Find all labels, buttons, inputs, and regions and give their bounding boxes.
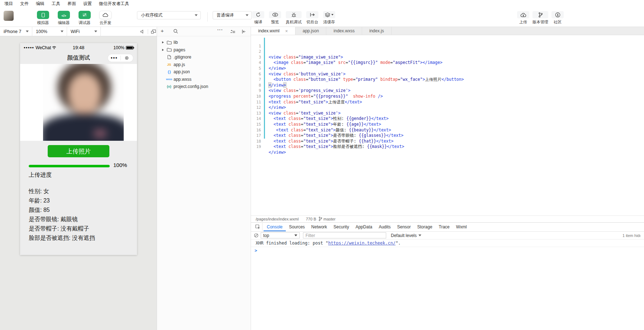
toolbar-action-remote-debug[interactable]: 真机调试 xyxy=(286,11,302,25)
toolbar-right-actions: 上传 版本管理 社区 xyxy=(517,11,564,25)
code-editor-panel: index.wxml × app.json index.wxss index.j… xyxy=(251,27,644,330)
toolbar-action-compile[interactable]: 编译 xyxy=(252,11,264,25)
devtools-tab-appdata[interactable]: AppData xyxy=(352,223,375,231)
mode-select[interactable]: 小程序模式 xyxy=(137,11,201,19)
toolbar-action-switch-background[interactable]: 切后台 xyxy=(306,11,318,25)
branch-name-label: master xyxy=(323,217,336,221)
phone-status-bar: ●●●●● WeChat 19:48 100% xyxy=(20,43,137,52)
toolbar-action-preview[interactable]: 预览 xyxy=(269,11,281,25)
file-tree-item[interactable]: lib xyxy=(157,39,251,46)
git-modified-indicator xyxy=(264,116,265,122)
exit-icon[interactable] xyxy=(121,56,133,60)
devtools-tab-sensor[interactable]: Sensor xyxy=(394,223,414,231)
menubar-item[interactable]: 工具 xyxy=(48,1,64,7)
file-tree-item[interactable]: {o} project.config.json xyxy=(157,83,251,90)
console-prompt[interactable]: > xyxy=(251,247,644,254)
device-select[interactable]: iPhone 7 xyxy=(0,27,32,36)
toggle-label: 调试器 xyxy=(77,20,93,25)
more-icon[interactable]: ●●● xyxy=(108,56,120,60)
file-tree-item[interactable]: pages xyxy=(157,46,251,54)
menubar-item[interactable]: 项目 xyxy=(1,1,16,7)
network-select[interactable]: WiFi xyxy=(67,27,101,36)
action-label: 清缓存 xyxy=(323,19,335,25)
editor-tab[interactable]: index.js xyxy=(362,27,392,35)
menubar-item[interactable]: 微信开发者工具 xyxy=(95,1,133,7)
upload-photo-button[interactable]: 上传照片 xyxy=(48,145,109,157)
progress-percent-label: 100% xyxy=(113,162,127,168)
file-tree-item[interactable]: { } app.json xyxy=(157,68,251,76)
toolbar-toggle-editor[interactable]: </> 编辑器 xyxy=(56,11,72,25)
code-line: 17 <text class="text_size">脸部是否被遮挡: {{ma… xyxy=(251,127,644,133)
user-avatar[interactable] xyxy=(4,11,14,21)
menubar-item[interactable]: 文件 xyxy=(16,1,32,7)
file-name: project.config.json xyxy=(174,84,208,89)
devtools-tab-console[interactable]: Console xyxy=(264,223,286,231)
menubar-item[interactable]: 设置 xyxy=(80,1,95,7)
editor-tab[interactable]: app.json xyxy=(295,27,326,35)
git-modified-indicator xyxy=(264,105,265,111)
inspect-element-icon[interactable] xyxy=(253,223,262,231)
toolbar-toggle-simulator[interactable]: 模拟器 xyxy=(35,11,51,25)
compile-mode-select[interactable]: 普通编译 xyxy=(213,11,252,19)
code-line: 9 <text class="text_size">上传进度</text> xyxy=(251,83,644,88)
file-tree-item[interactable]: .gitignore xyxy=(157,54,251,61)
editor-tabs: index.wxml × app.json index.wxss index.j… xyxy=(251,27,644,35)
file-tree-item[interactable]: wxss app.wxss xyxy=(157,76,251,83)
file-tree-item[interactable]: JS app.js xyxy=(157,61,251,69)
code-icon: </> xyxy=(61,12,66,18)
close-icon[interactable]: × xyxy=(285,29,288,33)
chevron-right-icon[interactable] xyxy=(162,41,165,43)
toggle-label: 模拟器 xyxy=(35,20,51,25)
file-name: .gitignore xyxy=(174,55,191,60)
context-select[interactable]: top xyxy=(261,232,300,238)
toolbar-toggle-debugger[interactable]: 调试器 xyxy=(77,11,93,25)
editor-tab[interactable]: index.wxss xyxy=(326,27,362,35)
tab-label: index.wxml xyxy=(258,28,279,33)
progress-fill xyxy=(29,165,110,167)
devtools-tab-security[interactable]: Security xyxy=(330,223,352,231)
menubar-item[interactable]: 界面 xyxy=(64,1,80,7)
devtools-tab-audits[interactable]: Audits xyxy=(375,223,394,231)
detach-window-icon[interactable] xyxy=(151,29,156,34)
devtools-tab-sources[interactable]: Sources xyxy=(286,223,308,231)
log-url-link[interactable]: https://weixin.techeek.cn/ xyxy=(328,241,396,246)
collapse-panel-icon[interactable] xyxy=(242,29,246,34)
add-file-icon[interactable]: + xyxy=(161,28,164,34)
log-levels-select[interactable]: Default levels xyxy=(391,233,421,238)
eye-icon xyxy=(272,13,278,17)
speaker-icon[interactable] xyxy=(140,29,145,34)
divider xyxy=(148,29,148,34)
tab-label: index.wxss xyxy=(333,28,355,33)
editor-tab[interactable]: index.wxml × xyxy=(251,27,295,35)
clear-console-icon[interactable] xyxy=(254,233,259,238)
filter-input[interactable] xyxy=(303,232,386,238)
battery-indicator: 100% xyxy=(113,45,133,50)
code-line: 4 <view class='button_viwe_size'> xyxy=(251,55,644,60)
zoom-select[interactable]: 100% xyxy=(32,27,67,36)
device-select-value: iPhone 7 xyxy=(4,29,21,34)
hidden-items-note: 1 item hidden xyxy=(622,233,640,238)
code-editor[interactable]: 1 <view class="image_viwe_size"> 2 <imag… xyxy=(251,36,644,215)
toolbar-action-clear-cache[interactable]: 清缓存 xyxy=(323,11,335,25)
devtools-tab-trace[interactable]: Trace xyxy=(436,223,453,231)
toolbar-divider xyxy=(207,12,208,22)
devtools-tab-network[interactable]: Network xyxy=(308,223,330,231)
devtools-tab-storage[interactable]: Storage xyxy=(414,223,436,231)
devtools-tab-wxml[interactable]: Wxml xyxy=(453,223,470,231)
toolbar-action-upload[interactable]: 上传 xyxy=(517,11,529,25)
code-line: 14 <text class="text_size">颜值: {{beauty}… xyxy=(251,111,644,116)
refresh-icon xyxy=(256,12,261,17)
chevron-right-icon[interactable] xyxy=(162,49,165,51)
sort-icon[interactable] xyxy=(230,29,235,34)
phone-icon xyxy=(41,13,45,18)
toolbar-action-community[interactable]: 社区 xyxy=(551,11,564,25)
more-icon[interactable]: ··· xyxy=(217,27,223,32)
search-icon[interactable] xyxy=(173,29,178,34)
cloud-upload-icon xyxy=(520,13,526,17)
uploaded-photo xyxy=(43,64,124,141)
menubar-item[interactable]: 编辑 xyxy=(32,1,48,7)
capsule-menu[interactable]: ●●● xyxy=(108,54,133,62)
git-branch-indicator[interactable]: master xyxy=(318,217,336,221)
toolbar-toggle-cloud-dev[interactable]: 云开发 xyxy=(98,11,113,25)
toolbar-action-version-manage[interactable]: 版本管理 xyxy=(532,11,548,25)
